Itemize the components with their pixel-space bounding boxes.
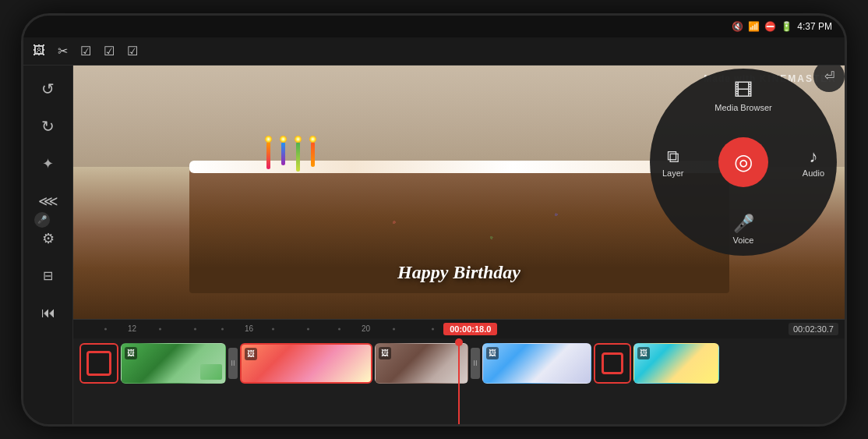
clip-party-icon: 🖼 xyxy=(245,348,257,360)
share-icon: ⋘ xyxy=(38,193,58,210)
candle-3 xyxy=(296,142,300,172)
ruler-dot-4 xyxy=(221,327,224,330)
rewind-icon: ⏮ xyxy=(41,305,55,321)
layer-item[interactable]: ⧉ Layer xyxy=(662,147,684,178)
media-browser-icon: 🎞 xyxy=(734,80,753,101)
layers-button[interactable]: ⊟ xyxy=(31,259,65,293)
crop-icon[interactable]: ✂ xyxy=(58,44,68,58)
ruler-dot-1 xyxy=(104,327,107,330)
ruler-dot-2 xyxy=(159,327,161,330)
block-icon: ⛔ xyxy=(764,21,776,32)
clip-red-frame-1[interactable] xyxy=(79,343,118,384)
clip-beach[interactable]: 🖼 xyxy=(633,343,719,384)
ruler-dot-9 xyxy=(432,327,434,330)
clip-grass[interactable]: 🖼 xyxy=(121,343,226,384)
clip-beach-icon: 🖼 xyxy=(637,347,650,359)
timeline-tracks[interactable]: 🖼 🖼 🖼 xyxy=(73,338,845,424)
ruler-dot-5 xyxy=(272,327,274,330)
ruler-mark-16: 16 xyxy=(245,324,253,333)
clip-red-frame-2[interactable] xyxy=(594,343,631,384)
top-toolbar: 🖼 ✂ ☑ ☑ ☑ xyxy=(23,37,845,65)
check3-icon[interactable]: ☑ xyxy=(127,44,138,58)
clip-thumb-detail xyxy=(200,364,222,380)
radial-circle-bg: 🎞 Media Browser ⧉ Layer ♪ Audio xyxy=(650,69,837,256)
record-center-button[interactable]: ◎ xyxy=(718,137,768,187)
main-area: 🎤 ↺ ↻ ✦ ⋘ ⚙ ⊟ ⏮ xyxy=(23,65,845,424)
audio-label: Audio xyxy=(803,168,824,178)
track-row: 🖼 🖼 🖼 xyxy=(79,342,838,385)
mute-icon: 🔇 xyxy=(732,21,743,32)
red-frame-icon xyxy=(86,351,111,376)
exit-icon: ⏎ xyxy=(824,69,834,83)
layer-icon: ⧉ xyxy=(667,147,679,167)
device-frame: 🔇 📶 ⛔ 🔋 4:37 PM 🖼 ✂ ☑ ☑ ☑ 🎤 ↺ ↻ ✦ xyxy=(21,13,847,427)
voice-label: Voice xyxy=(733,235,754,245)
clip-grass-icon: 🖼 xyxy=(125,347,137,359)
timeline-ruler: 12 16 20 24 00:00:18.0 xyxy=(73,320,845,338)
effects-icon: ✦ xyxy=(42,155,54,172)
layers-icon: ⊟ xyxy=(43,268,53,283)
record-icon: ◎ xyxy=(734,149,753,175)
ruler-mark-12: 12 xyxy=(128,324,136,333)
radial-menu: 🎞 Media Browser ⧉ Layer ♪ Audio xyxy=(650,69,837,264)
rewind-button[interactable]: ⏮ xyxy=(31,296,65,331)
current-timecode: 00:00:18.0 xyxy=(443,323,497,335)
left-sidebar: 🎤 ↺ ↻ ✦ ⋘ ⚙ ⊟ ⏮ xyxy=(23,65,73,424)
redo-button[interactable]: ↻ xyxy=(31,109,65,143)
check2-icon[interactable]: ☑ xyxy=(104,44,115,58)
audio-item[interactable]: ♪ Audio xyxy=(803,147,824,178)
pause-divider-2[interactable] xyxy=(471,348,480,379)
end-timecode: 00:02:30.7 xyxy=(789,323,838,335)
image-icon[interactable]: 🖼 xyxy=(33,44,45,58)
ruler-dot-3 xyxy=(194,327,196,330)
clip-cake-icon: 🖼 xyxy=(379,347,391,359)
ruler-mark-20: 20 xyxy=(362,324,370,333)
voice-icon: 🎤 xyxy=(733,214,754,234)
status-bar: 🔇 📶 ⛔ 🔋 4:37 PM xyxy=(23,16,845,37)
settings-icon: ⚙ xyxy=(42,230,55,247)
audio-icon: ♪ xyxy=(809,147,817,167)
clip-family-icon: 🖼 xyxy=(486,347,499,359)
video-area: Happy Birthday Made with KINEMASTER 🎞 Me… xyxy=(73,65,845,424)
timeline-area: 12 16 20 24 00:00:18.0 xyxy=(73,319,845,424)
candle-2 xyxy=(281,142,285,165)
undo-button[interactable]: ↺ xyxy=(31,72,65,106)
red-frame-icon-2 xyxy=(602,352,623,374)
happy-birthday-text: Happy Birthday xyxy=(397,262,520,283)
flame-1 xyxy=(265,136,272,143)
clip-party[interactable]: 🖼 xyxy=(240,343,372,384)
settings-button[interactable]: ⚙ xyxy=(31,221,65,256)
redo-icon: ↻ xyxy=(41,117,55,136)
media-browser-label: Media Browser xyxy=(715,103,771,112)
ruler-dot-7 xyxy=(338,327,340,330)
candles-container xyxy=(266,142,315,172)
undo-icon: ↺ xyxy=(41,80,55,98)
status-right: 🔇 📶 ⛔ 🔋 4:37 PM xyxy=(732,21,832,32)
check1-icon[interactable]: ☑ xyxy=(80,44,91,58)
clip-family[interactable]: 🖼 xyxy=(482,343,591,384)
ruler-dot-6 xyxy=(307,327,309,330)
pause-divider-1[interactable] xyxy=(228,348,238,379)
wifi-icon: 📶 xyxy=(748,21,760,32)
battery-icon: 🔋 xyxy=(781,21,792,32)
mic-side-button[interactable]: 🎤 xyxy=(34,212,50,228)
cake-sprinkles xyxy=(297,192,621,268)
flame-3 xyxy=(295,136,302,143)
share-button[interactable]: ⋘ xyxy=(31,184,65,218)
ruler-dot-8 xyxy=(393,327,395,330)
candle-4 xyxy=(311,142,315,167)
effects-button[interactable]: ✦ xyxy=(31,147,65,181)
flame-4 xyxy=(309,136,316,143)
media-browser-item[interactable]: 🎞 Media Browser xyxy=(715,80,771,112)
clip-cake[interactable]: 🖼 xyxy=(375,343,468,384)
layer-label: Layer xyxy=(662,168,684,178)
candle-1 xyxy=(266,142,270,169)
voice-item[interactable]: 🎤 Voice xyxy=(733,214,754,245)
status-time: 4:37 PM xyxy=(797,21,832,32)
preview-container: Happy Birthday Made with KINEMASTER 🎞 Me… xyxy=(73,65,845,319)
flame-2 xyxy=(280,136,287,143)
